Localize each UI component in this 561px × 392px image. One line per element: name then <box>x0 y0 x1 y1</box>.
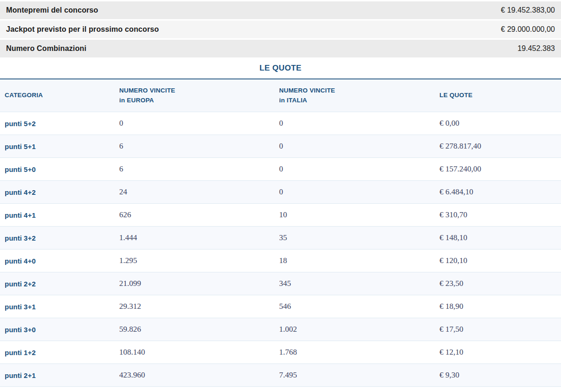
info-row-montepremi: Montepremi del concorso € 19.452.383,00 <box>0 1 561 19</box>
europe-wins-cell: 29.312 <box>115 302 274 311</box>
quote-table-header-row: CATEGORIA NUMERO VINCITE in EUROPA NUMER… <box>0 79 561 112</box>
col-header-vincite-italia: NUMERO VINCITE in ITALIA <box>274 86 435 105</box>
italy-wins-cell: 1.002 <box>274 325 435 334</box>
quote-cell: € 310,70 <box>435 210 561 220</box>
category-cell: punti 3+1 <box>0 303 115 311</box>
italy-wins-cell: 0 <box>274 187 435 197</box>
table-row: punti 3+1 29.312 546 € 18,90 <box>0 295 561 318</box>
europe-wins-cell: 108.140 <box>115 348 274 357</box>
section-title-le-quote: LE QUOTE <box>0 57 561 78</box>
category-cell: punti 5+2 <box>0 120 115 128</box>
table-row: punti 4+0 1.295 18 € 120,10 <box>0 249 561 272</box>
col-header-categoria: CATEGORIA <box>0 91 115 100</box>
italy-wins-cell: 35 <box>274 233 435 242</box>
quote-table-body: punti 5+2 0 0 € 0,00 punti 5+1 6 0 € 278… <box>0 112 561 387</box>
montepremi-label: Montepremi del concorso <box>6 6 98 14</box>
quote-cell: € 18,90 <box>435 302 561 311</box>
italy-wins-cell: 0 <box>274 164 435 174</box>
italy-wins-cell: 1.768 <box>274 348 435 357</box>
montepremi-value: € 19.452.383,00 <box>501 6 555 14</box>
jackpot-label: Jackpot previsto per il prossimo concors… <box>6 25 159 34</box>
quote-cell: € 9,30 <box>435 371 561 380</box>
table-row: punti 4+1 626 10 € 310,70 <box>0 204 561 227</box>
italy-wins-cell: 345 <box>274 279 435 288</box>
italy-wins-cell: 0 <box>274 119 435 128</box>
europe-wins-cell: 6 <box>115 164 274 174</box>
combinazioni-label: Numero Combinazioni <box>6 44 86 53</box>
quote-cell: € 12,10 <box>435 348 561 357</box>
europe-wins-cell: 6 <box>115 142 274 151</box>
italy-wins-cell: 18 <box>274 256 435 265</box>
europe-wins-cell: 24 <box>115 187 274 197</box>
italy-wins-cell: 546 <box>274 302 435 311</box>
category-cell: punti 3+0 <box>0 326 115 334</box>
category-cell: punti 4+0 <box>0 257 115 265</box>
quote-cell: € 17,50 <box>435 325 561 334</box>
italy-wins-cell: 10 <box>274 210 435 220</box>
europe-wins-cell: 1.444 <box>115 233 274 242</box>
table-row: punti 3+2 1.444 35 € 148,10 <box>0 227 561 249</box>
europe-wins-cell: 423.960 <box>115 371 274 380</box>
quote-cell: € 6.484,10 <box>435 187 561 197</box>
category-cell: punti 2+1 <box>0 371 115 379</box>
col-header-le-quote: LE QUOTE <box>435 91 561 100</box>
col-header-vincite-europa: NUMERO VINCITE in EUROPA <box>115 86 274 105</box>
europe-wins-cell: 1.295 <box>115 256 274 265</box>
info-row-jackpot: Jackpot previsto per il prossimo concors… <box>0 21 561 38</box>
category-cell: punti 1+2 <box>0 349 115 356</box>
quote-cell: € 23,50 <box>435 279 561 288</box>
table-row: punti 4+2 24 0 € 6.484,10 <box>0 181 561 204</box>
category-cell: punti 4+1 <box>0 211 115 219</box>
quote-cell: € 278.817,40 <box>435 142 561 151</box>
table-row: punti 5+1 6 0 € 278.817,40 <box>0 135 561 158</box>
category-cell: punti 4+2 <box>0 188 115 196</box>
quote-cell: € 0,00 <box>435 119 561 128</box>
europe-wins-cell: 626 <box>115 210 274 220</box>
category-cell: punti 3+2 <box>0 234 115 242</box>
combinazioni-value: 19.452.383 <box>518 44 555 53</box>
jackpot-value: € 29.000.000,00 <box>501 25 555 34</box>
info-row-combinazioni: Numero Combinazioni 19.452.383 <box>0 40 561 57</box>
category-cell: punti 2+2 <box>0 280 115 288</box>
table-row: punti 2+2 21.099 345 € 23,50 <box>0 272 561 295</box>
category-cell: punti 5+1 <box>0 143 115 150</box>
europe-wins-cell: 0 <box>115 119 274 128</box>
prize-summary: Montepremi del concorso € 19.452.383,00 … <box>0 1 561 57</box>
italy-wins-cell: 0 <box>274 142 435 151</box>
table-row: punti 5+2 0 0 € 0,00 <box>0 112 561 135</box>
table-row: punti 3+0 59.826 1.002 € 17,50 <box>0 318 561 341</box>
table-row: punti 1+2 108.140 1.768 € 12,10 <box>0 341 561 364</box>
quote-cell: € 120,10 <box>435 256 561 265</box>
quote-table: CATEGORIA NUMERO VINCITE in EUROPA NUMER… <box>0 78 561 387</box>
table-row: punti 5+0 6 0 € 157.240,00 <box>0 158 561 181</box>
europe-wins-cell: 21.099 <box>115 279 274 288</box>
italy-wins-cell: 7.495 <box>274 371 435 380</box>
europe-wins-cell: 59.826 <box>115 325 274 334</box>
table-row: punti 2+1 423.960 7.495 € 9,30 <box>0 364 561 387</box>
quote-cell: € 148,10 <box>435 233 561 242</box>
quote-cell: € 157.240,00 <box>435 164 561 174</box>
category-cell: punti 5+0 <box>0 165 115 173</box>
